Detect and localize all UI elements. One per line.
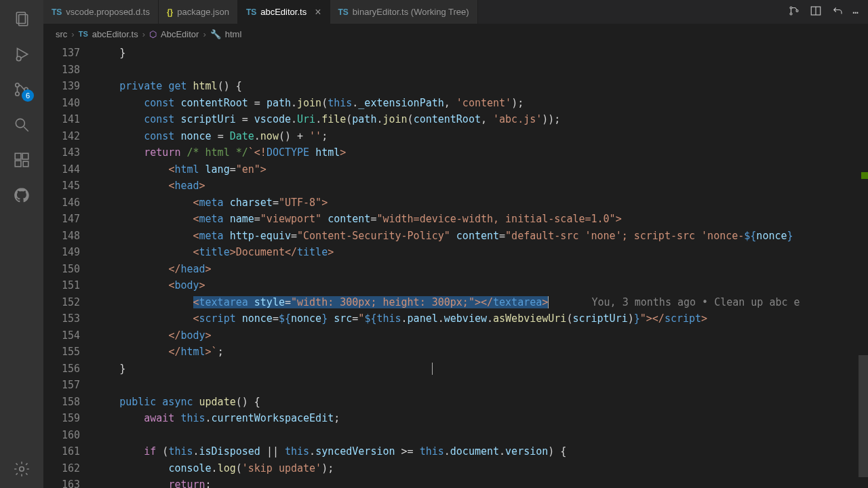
class-icon: ⬡ bbox=[149, 29, 157, 39]
ts-icon: TS bbox=[79, 30, 88, 38]
minimap-slider[interactable] bbox=[859, 355, 868, 477]
ts-icon: TS bbox=[52, 7, 62, 17]
activity-bar: 6 bbox=[0, 0, 43, 488]
json-icon: {} bbox=[167, 7, 173, 17]
tab-binaryeditor[interactable]: TS binaryEditor.ts (Working Tree) bbox=[330, 0, 478, 24]
svg-point-7 bbox=[16, 119, 24, 127]
code-editor[interactable]: 1371381391401411421431441451461471481491… bbox=[43, 43, 868, 488]
ts-icon: TS bbox=[338, 7, 349, 17]
line-gutter: 1371381391401411421431441451461471481491… bbox=[43, 43, 95, 488]
svg-rect-9 bbox=[15, 153, 21, 159]
breadcrumb-folder[interactable]: src bbox=[56, 29, 67, 39]
tab-bar: TS vscode.proposed.d.ts {} package.json … bbox=[43, 0, 868, 24]
scm-badge: 6 bbox=[22, 89, 34, 102]
svg-point-4 bbox=[16, 83, 19, 87]
tab-actions: ⋯ bbox=[788, 0, 868, 24]
svg-point-15 bbox=[790, 13, 792, 15]
tab-label: binaryEditor.ts (Working Tree) bbox=[353, 7, 469, 17]
svg-point-13 bbox=[20, 467, 24, 472]
split-icon[interactable] bbox=[810, 5, 822, 19]
scm-icon[interactable]: 6 bbox=[5, 73, 38, 106]
run-icon[interactable] bbox=[5, 38, 38, 70]
tab-label: abcEditor.ts bbox=[260, 7, 307, 17]
compare-icon[interactable] bbox=[788, 5, 800, 19]
tab-abceditor[interactable]: TS abcEditor.ts × bbox=[238, 0, 330, 24]
search-icon[interactable] bbox=[5, 108, 38, 141]
tab-label: package.json bbox=[177, 7, 229, 17]
explorer-icon[interactable] bbox=[5, 3, 38, 35]
breadcrumb-member[interactable]: html bbox=[225, 29, 242, 39]
code-content[interactable]: } private get html() { const contentRoot… bbox=[95, 43, 868, 488]
chevron-right-icon: › bbox=[142, 29, 145, 39]
close-icon[interactable]: × bbox=[315, 6, 321, 18]
breadcrumb[interactable]: src › TS abcEditor.ts › ⬡ AbcEditor › 🔧 … bbox=[43, 24, 868, 43]
editor-area: TS vscode.proposed.d.ts {} package.json … bbox=[43, 0, 868, 488]
extensions-icon[interactable] bbox=[5, 144, 38, 176]
tab-label: vscode.proposed.d.ts bbox=[66, 7, 150, 17]
svg-rect-10 bbox=[22, 153, 28, 159]
minimap-marker bbox=[861, 172, 868, 179]
tab-vscode-proposed[interactable]: TS vscode.proposed.d.ts bbox=[43, 0, 159, 24]
more-icon[interactable]: ⋯ bbox=[853, 7, 859, 18]
svg-point-3 bbox=[16, 56, 21, 61]
chevron-right-icon: › bbox=[203, 29, 205, 39]
github-icon[interactable] bbox=[5, 179, 38, 211]
breadcrumb-file[interactable]: abcEditor.ts bbox=[92, 29, 138, 39]
wrench-icon: 🔧 bbox=[210, 29, 221, 39]
svg-line-8 bbox=[24, 127, 28, 131]
tab-package-json[interactable]: {} package.json bbox=[159, 0, 238, 24]
settings-icon[interactable] bbox=[5, 453, 38, 485]
svg-point-5 bbox=[16, 92, 19, 96]
minimap[interactable] bbox=[859, 43, 868, 488]
ts-icon: TS bbox=[246, 7, 256, 17]
go-back-icon[interactable] bbox=[831, 5, 844, 19]
svg-rect-11 bbox=[15, 161, 21, 167]
breadcrumb-class[interactable]: AbcEditor bbox=[161, 29, 199, 39]
svg-rect-12 bbox=[23, 161, 28, 167]
chevron-right-icon: › bbox=[71, 29, 74, 39]
svg-point-14 bbox=[790, 7, 792, 9]
